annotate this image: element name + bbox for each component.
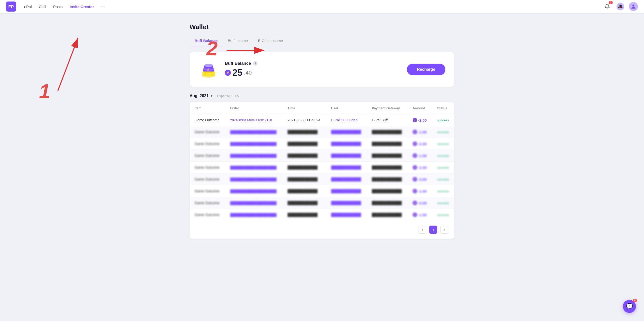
svg-text:⚡: ⚡ (204, 72, 207, 75)
cell-item: Game Outcome (190, 138, 225, 150)
cell-time: 2021-08-30 11:46:24 (282, 114, 326, 126)
amount-coin-icon-blurred: ⚡ (413, 153, 417, 158)
cell-order: ████████████████████ (225, 197, 282, 209)
cell-item: Game Outcome (190, 209, 225, 221)
navbar-right: 3 🎩 (603, 2, 638, 11)
cell-amount: ⚡ -1.00 (408, 126, 432, 138)
table-row: Game Outcome ████████████████████ ██████… (190, 173, 454, 185)
amount-coin-icon-blurred: ⚡ (413, 130, 417, 134)
table-row: Game Outcome 20210830114604110017158 202… (190, 114, 454, 126)
nav-links: ePal Chill Posts Invite Creator ··· (24, 4, 603, 9)
balance-amount: ⚡ 25.40 (225, 67, 258, 78)
cell-status: success (432, 209, 455, 221)
cell-user: E-Pal CEO Brian (326, 114, 367, 126)
col-gateway: Payment Gateway (367, 102, 408, 114)
cell-time: ████████████ (282, 150, 326, 162)
avatar-hat[interactable]: 🎩 (616, 2, 625, 11)
cell-user: ████████████ (326, 185, 367, 197)
cell-time: ████████████ (282, 185, 326, 197)
amount-coin-icon-blurred: ⚡ (413, 189, 417, 193)
svg-point-13 (204, 64, 213, 67)
balance-label: Buff Balance (225, 61, 251, 66)
chevron-down-icon: ▼ (210, 94, 213, 98)
cell-user: ████████████ (326, 150, 367, 162)
cell-gateway: ████████████ (367, 197, 408, 209)
balance-left: ⚡ ⚡ Buff Balance ? ⚡ 25.40 (199, 59, 258, 80)
col-status: Status (432, 102, 455, 114)
cell-gateway: ████████████ (367, 138, 408, 150)
cell-status: success (432, 197, 455, 209)
recharge-button[interactable]: Recharge (407, 64, 445, 75)
cell-status: success (432, 173, 455, 185)
table-body: Game Outcome 20210830114604110017158 202… (190, 114, 454, 221)
cell-order: ████████████████████ (225, 185, 282, 197)
svg-line-18 (58, 38, 78, 91)
cell-amount: ⚡ -1.50 (408, 150, 432, 162)
cell-order: ████████████████████ (225, 126, 282, 138)
cell-order: 20210830114604110017158 (225, 114, 282, 126)
main-content: Wallet Buff Balance Buff Income E-Coin I… (184, 13, 460, 254)
chat-icon: 💬 (626, 303, 633, 310)
balance-card: ⚡ ⚡ Buff Balance ? ⚡ 25.40 Recharge (190, 52, 454, 87)
notification-button[interactable]: 3 (603, 2, 612, 11)
cell-gateway: ████████████ (367, 162, 408, 173)
amount-coin-icon: ⚡ (413, 118, 417, 122)
table-row: Game Outcome ████████████████████ ██████… (190, 185, 454, 197)
cell-time: ████████████ (282, 138, 326, 150)
cell-status: success (432, 126, 455, 138)
notification-badge: 3 (609, 1, 613, 4)
svg-text:⚡: ⚡ (207, 68, 210, 71)
balance-whole: 25 (232, 67, 242, 78)
nav-epal[interactable]: ePal (24, 5, 32, 9)
cell-status: success (432, 185, 455, 197)
cell-item: Game Outcome (190, 162, 225, 173)
tab-buff-balance[interactable]: Buff Balance (190, 36, 223, 46)
amount-coin-icon-blurred: ⚡ (413, 141, 417, 146)
cell-gateway: ████████████ (367, 209, 408, 221)
table-row: Game Outcome ████████████████████ ██████… (190, 209, 454, 221)
col-order: Order (225, 102, 282, 114)
logo-icon: EP (6, 2, 16, 12)
cell-time: ████████████ (282, 162, 326, 173)
table-row: Game Outcome ████████████████████ ██████… (190, 150, 454, 162)
table-header-row: Item Order Time User Payment Gateway Amo… (190, 102, 454, 114)
cell-order: ████████████████████ (225, 150, 282, 162)
table-row: Game Outcome ████████████████████ ██████… (190, 126, 454, 138)
cell-item: Game Outcome (190, 150, 225, 162)
info-icon[interactable]: ? (253, 61, 258, 66)
chat-bubble[interactable]: 💬 6 (623, 300, 636, 313)
nav-more[interactable]: ··· (101, 4, 105, 9)
cell-gateway: ████████████ (367, 126, 408, 138)
cell-time: ████████████ (282, 173, 326, 185)
expense-label: Expense 16.05 (217, 94, 239, 98)
amount-coin-icon-blurred: ⚡ (413, 177, 417, 182)
tab-ecoin-income[interactable]: E-Coin Income (253, 36, 288, 46)
date-filter[interactable]: Aug, 2021 ▼ (190, 94, 213, 98)
cell-status: success (432, 162, 455, 173)
amount-coin-icon-blurred: ⚡ (413, 165, 417, 170)
cell-time: ████████████ (282, 126, 326, 138)
cell-amount: ⚡ -2.05 (408, 197, 432, 209)
table-row: Game Outcome ████████████████████ ██████… (190, 138, 454, 150)
cell-amount: ⚡ -2.00 (408, 114, 432, 126)
table-row: Game Outcome ████████████████████ ██████… (190, 197, 454, 209)
cell-user: ████████████ (326, 173, 367, 185)
coin-stack-icon: ⚡ ⚡ (199, 59, 219, 80)
page-1-button[interactable]: 1 (429, 226, 437, 234)
cell-amount: ⚡ -1.50 (408, 209, 432, 221)
page-title: Wallet (190, 23, 454, 31)
cell-amount: ⚡ -3.00 (408, 173, 432, 185)
next-page-button[interactable]: › (440, 226, 448, 234)
user-avatar[interactable] (629, 2, 638, 11)
nav-chill[interactable]: Chill (39, 5, 46, 9)
prev-page-button[interactable]: ‹ (418, 226, 426, 234)
date-filter-row: Aug, 2021 ▼ Expense 16.05 (190, 94, 454, 98)
tabs: Buff Balance Buff Income E-Coin Income (190, 36, 454, 46)
svg-text:1: 1 (39, 80, 50, 102)
logo[interactable]: EP (6, 2, 16, 12)
tab-buff-income[interactable]: Buff Income (223, 36, 253, 46)
amount-coin-icon-blurred: ⚡ (413, 212, 417, 217)
nav-invite-creator[interactable]: Invite Creator (70, 5, 94, 9)
nav-posts[interactable]: Posts (53, 5, 63, 9)
col-user: User (326, 102, 367, 114)
